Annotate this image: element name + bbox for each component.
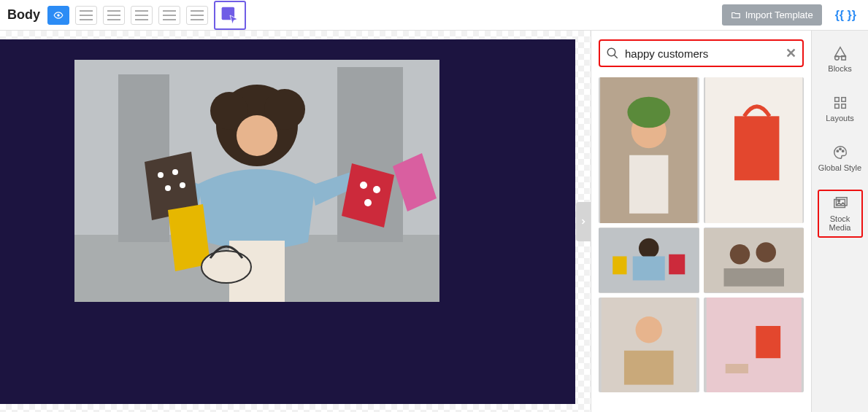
rail-blocks-label: Blocks <box>828 64 851 73</box>
svg-rect-48 <box>834 98 839 102</box>
canvas[interactable] <box>0 31 591 412</box>
svg-rect-34 <box>669 254 685 275</box>
layout-tool-1[interactable] <box>75 6 97 25</box>
grid-icon <box>832 95 848 111</box>
svg-point-31 <box>639 238 659 259</box>
svg-marker-45 <box>834 47 845 57</box>
hero-image[interactable] <box>74 60 439 302</box>
stock-search[interactable]: ✕ <box>599 39 804 67</box>
svg-point-52 <box>837 150 838 152</box>
svg-rect-33 <box>612 257 626 275</box>
svg-point-0 <box>57 14 60 17</box>
stock-result[interactable] <box>704 77 804 223</box>
svg-point-14 <box>165 185 171 191</box>
svg-point-27 <box>627 97 670 128</box>
stock-result[interactable] <box>704 298 804 392</box>
svg-rect-32 <box>633 257 665 281</box>
eye-icon <box>52 10 65 20</box>
email-body-block[interactable] <box>0 39 575 404</box>
svg-point-12 <box>158 172 164 178</box>
stock-media-icon <box>832 195 848 211</box>
svg-point-23 <box>607 48 615 56</box>
svg-line-24 <box>614 55 618 58</box>
rail-stock-media-label: Stock Media <box>819 214 861 232</box>
rail-layouts-label: Layouts <box>826 114 854 123</box>
body-label: Body <box>7 7 40 23</box>
chevron-right-icon <box>579 217 588 226</box>
rail-global-style-label: Global Style <box>818 163 861 172</box>
puzzle-cursor-icon <box>220 5 240 26</box>
svg-rect-51 <box>841 104 845 109</box>
rail-stock-media[interactable]: Stock Media <box>818 190 863 238</box>
svg-point-18 <box>360 182 367 189</box>
svg-rect-41 <box>624 351 674 385</box>
block-selection-tool[interactable] <box>214 1 246 30</box>
folder-icon <box>731 10 741 20</box>
svg-point-57 <box>837 200 840 202</box>
editor-body: ✕ <box>0 31 868 412</box>
svg-point-15 <box>180 182 185 188</box>
layout-tool-4[interactable] <box>158 6 180 25</box>
svg-point-54 <box>842 150 843 152</box>
svg-point-40 <box>636 316 662 343</box>
layout-tool-3[interactable] <box>131 6 153 25</box>
stock-result[interactable] <box>704 228 804 293</box>
merge-tags-button[interactable]: {{ }} <box>835 9 856 22</box>
svg-point-9 <box>237 115 277 156</box>
svg-point-37 <box>756 242 776 263</box>
svg-rect-29 <box>734 116 779 180</box>
layout-tool-2[interactable] <box>103 6 125 25</box>
stock-search-input[interactable] <box>625 47 780 60</box>
svg-point-22 <box>201 251 251 283</box>
stock-result[interactable] <box>599 298 699 392</box>
palette-icon <box>832 144 848 160</box>
hero-image-illustration <box>74 60 439 302</box>
svg-rect-43 <box>756 326 780 358</box>
shapes-icon <box>832 45 848 61</box>
svg-point-36 <box>729 244 750 265</box>
layout-tool-5[interactable] <box>186 6 208 25</box>
svg-rect-50 <box>834 104 839 109</box>
clear-search-button[interactable]: ✕ <box>786 45 796 61</box>
svg-rect-42 <box>706 298 801 392</box>
svg-rect-44 <box>725 364 748 373</box>
search-icon <box>606 47 619 60</box>
stock-results-grid <box>599 77 804 392</box>
import-template-button[interactable]: Import Template <box>722 4 822 26</box>
stock-result[interactable] <box>599 228 699 293</box>
panel-collapse-toggle[interactable] <box>576 202 591 241</box>
svg-point-20 <box>364 199 372 206</box>
svg-point-53 <box>839 148 840 149</box>
svg-rect-49 <box>841 98 845 102</box>
preview-button[interactable] <box>47 6 69 25</box>
rail-global-style[interactable]: Global Style <box>818 140 863 176</box>
import-template-label: Import Template <box>745 9 813 20</box>
right-rail: Blocks Layouts Global Style Stock Media <box>811 31 868 412</box>
rail-layouts[interactable]: Layouts <box>818 90 863 127</box>
stock-media-panel: ✕ <box>591 31 811 412</box>
rail-blocks[interactable]: Blocks <box>818 41 863 77</box>
svg-point-19 <box>373 186 380 193</box>
svg-rect-38 <box>723 268 784 287</box>
stock-result[interactable] <box>599 77 699 223</box>
top-toolbar: Body Import Template {{ }} <box>0 0 868 31</box>
svg-point-13 <box>172 169 178 175</box>
